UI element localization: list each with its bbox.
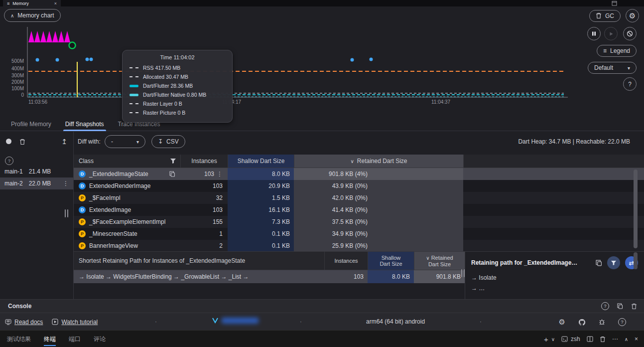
close-icon[interactable]: × xyxy=(54,1,57,6)
column-header-retained[interactable]: ∨ Retained Dart Size xyxy=(294,155,463,168)
editor-tab-memory[interactable]: ≡ Memory × xyxy=(3,0,61,6)
instances-cell: 103 xyxy=(180,180,228,192)
chart-header-actions: GC ⚙ xyxy=(589,9,639,22)
kebab-menu-icon[interactable]: ⋮ xyxy=(217,171,223,177)
y-tick-label: 400M xyxy=(0,66,24,71)
memory-chart-toggle[interactable]: ∧ Memory chart xyxy=(4,9,61,22)
panel-splitter-handle[interactable] xyxy=(65,209,68,217)
clear-snapshots-button[interactable] xyxy=(19,139,25,145)
x-tick-label: 11:03:56 xyxy=(28,99,47,105)
pause-button[interactable] xyxy=(587,27,601,40)
resume-button[interactable] xyxy=(604,27,618,40)
chart-settings-button[interactable]: ⚙ xyxy=(626,9,639,22)
more-actions-icon[interactable]: ⋯ xyxy=(612,336,618,343)
copy-icon[interactable] xyxy=(169,171,175,177)
clear-chart-button[interactable] xyxy=(623,27,637,40)
terminal-profile-dropdown-icon[interactable]: ∨ xyxy=(551,337,555,342)
console-help-icon[interactable]: ? xyxy=(601,302,609,310)
y-tick-label: 200M xyxy=(0,79,24,85)
table-row[interactable]: D _ExtendedImageState 103⋮ 8.0 KB 901.8 … xyxy=(74,168,644,180)
filter-icon[interactable] xyxy=(170,158,176,164)
watch-tutorial-link[interactable]: Watch tutorial xyxy=(52,319,98,326)
y-tick-label: 500M xyxy=(0,58,24,64)
path-row[interactable]: → Isolate → WidgetsFlutterBinding → _Gro… xyxy=(74,270,465,283)
path-splitter-handle[interactable] xyxy=(461,269,465,277)
tooltip-label: Raster Layer 0 B xyxy=(143,101,182,107)
tooltip-label: Allocated 30.47 MB xyxy=(143,74,188,80)
retained-size-cell: 25.9 KB (0%) xyxy=(294,240,463,252)
kill-terminal-icon[interactable] xyxy=(600,336,606,343)
filter-path-button[interactable] xyxy=(607,256,620,269)
class-cell: P_MinescreenState xyxy=(74,228,180,240)
read-docs-link[interactable]: Read docs xyxy=(5,319,43,326)
column-header-instances[interactable]: Instances xyxy=(180,155,228,168)
table-row[interactable]: P_$FaceExampleElementImpl 155 7.3 KB 37.… xyxy=(74,216,644,228)
trash-icon[interactable] xyxy=(631,303,637,310)
panel-tab-ports[interactable]: 端口 xyxy=(69,335,81,344)
csv-export-button[interactable]: ↧ CSV xyxy=(151,135,185,148)
row-filler xyxy=(463,228,644,240)
diff-with-dropdown[interactable]: - ▾ xyxy=(105,135,145,148)
copy-icon[interactable] xyxy=(617,303,623,309)
import-snapshot-button[interactable]: ↥ xyxy=(61,138,67,146)
tab-diff-snapshots[interactable]: Diff Snapshots xyxy=(58,118,111,131)
panel-tab-comments[interactable]: 评论 xyxy=(94,335,106,344)
interval-dropdown[interactable]: Default ▾ xyxy=(588,62,637,74)
flutter-version-info xyxy=(212,317,258,324)
diff-with-label: Diff with: xyxy=(78,138,101,145)
kebab-menu-icon[interactable]: ⋮ xyxy=(63,180,69,187)
separator-dot: · xyxy=(155,318,157,325)
snapshot-item-main-1[interactable]: main-1 21.4 MB xyxy=(0,166,73,177)
sort-chevron-icon: ∨ xyxy=(350,159,354,164)
close-panel-icon[interactable]: × xyxy=(635,336,638,343)
table-row[interactable]: P_$FaceImpl 32 1.5 KB 42.0 KB (0%) xyxy=(74,192,644,204)
table-scrollbar-thumb[interactable] xyxy=(634,170,638,248)
instances-cell: 103 xyxy=(324,270,368,283)
column-header-instances[interactable]: Instances xyxy=(324,252,368,270)
path-cell: → Isolate → WidgetsFlutterBinding → _Gro… xyxy=(74,270,324,283)
column-header-class[interactable]: Class xyxy=(74,155,180,168)
settings-icon[interactable]: ⚙ xyxy=(559,318,565,326)
memory-chart-toggle-label: Memory chart xyxy=(17,12,54,19)
class-table: Class Instances Shallow Dart Size ∨ Reta… xyxy=(74,155,644,252)
take-snapshot-button[interactable] xyxy=(6,138,11,146)
column-header-shallow[interactable]: Shallow Dart Size xyxy=(228,155,294,168)
maximize-panel-icon[interactable]: ∧ xyxy=(625,337,628,342)
panel-tab-test-results[interactable]: 测试结果 xyxy=(7,335,31,344)
terminal-tab-zsh[interactable]: zsh xyxy=(561,336,580,343)
console-panel-header[interactable]: Console ? xyxy=(0,299,644,313)
bug-report-icon[interactable] xyxy=(599,319,605,325)
github-octocat-icon[interactable] xyxy=(578,319,586,326)
snapshot-item-main-2[interactable]: main-2 22.0 MB ⋮ xyxy=(0,177,73,189)
memory-chart-canvas[interactable] xyxy=(0,24,644,116)
column-label: Class xyxy=(79,158,94,165)
table-row[interactable]: P_MinescreenState 1 0.1 KB 34.9 KB (0%) xyxy=(74,228,644,240)
column-header-retained[interactable]: ∨ RetainedDart Size xyxy=(414,252,465,270)
path-scrollbar-thumb[interactable] xyxy=(634,252,638,269)
split-terminal-icon[interactable] xyxy=(587,336,593,342)
retaining-path-lines: → Isolate → … xyxy=(471,273,638,294)
row-filler xyxy=(463,240,644,252)
panel-tab-terminal[interactable]: 终端 xyxy=(44,335,56,344)
chart-help-button[interactable]: ? xyxy=(623,77,637,91)
tab-profile-memory[interactable]: Profile Memory xyxy=(4,118,58,131)
table-row[interactable]: DExtendedRenderImage 103 20.9 KB 43.9 KB… xyxy=(74,180,644,192)
snapshot-help-icon[interactable]: ? xyxy=(5,157,13,165)
new-terminal-button[interactable]: + xyxy=(544,335,548,344)
column-header-shallow[interactable]: ShallowDart Size xyxy=(368,252,414,270)
gc-button[interactable]: GC xyxy=(589,10,621,22)
terminal-shell-label: zsh xyxy=(571,336,580,343)
snapshot-name: main-2 xyxy=(4,180,23,187)
legend-button[interactable]: ≡ Legend xyxy=(597,45,637,57)
diff-main-panel: Diff with: - ▾ ↧ CSV Dart Heap: 34.7 MB … xyxy=(74,132,644,299)
tooltip-label: Raster Picture 0 B xyxy=(143,110,185,116)
retained-size-cell: 901.8 KB xyxy=(414,270,465,283)
event-dot xyxy=(86,58,89,61)
row-filler xyxy=(463,204,644,216)
table-row[interactable]: PBannerImageView 2 0.1 KB 25.9 KB (0%) xyxy=(74,240,644,252)
copy-icon[interactable] xyxy=(596,260,602,266)
about-help-icon[interactable]: ? xyxy=(618,318,626,326)
open-in-window-icon[interactable] xyxy=(612,0,617,6)
table-row[interactable]: DExtendedImage 103 16.1 KB 41.4 KB (0%) xyxy=(74,204,644,216)
tooltip-time: Time 11:04:02 xyxy=(123,54,232,60)
